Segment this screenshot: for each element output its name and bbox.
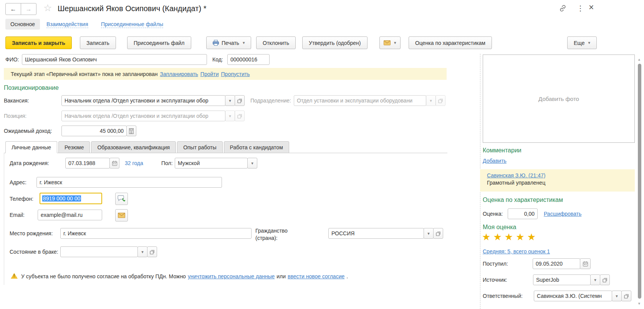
- average-rating-link[interactable]: Средняя: 5, всего оценок 1: [483, 248, 550, 254]
- calendar-icon: [112, 160, 118, 166]
- source-open-button[interactable]: [600, 274, 610, 285]
- received-calendar-button[interactable]: [580, 258, 591, 269]
- address-label: Адрес:: [10, 179, 26, 185]
- expected-income-input[interactable]: [61, 126, 127, 136]
- vacancy-label: Вакансия:: [4, 97, 29, 104]
- marital-dropdown-button[interactable]: ▾: [137, 246, 147, 257]
- received-date-input[interactable]: [533, 258, 580, 269]
- fio-input[interactable]: [22, 54, 207, 65]
- chevron-down-icon: ▾: [229, 114, 231, 118]
- star-icon-4[interactable]: ★: [516, 231, 524, 242]
- gender-input[interactable]: [175, 158, 248, 169]
- tab-education[interactable]: Образование, квалификация: [91, 141, 176, 153]
- save-button[interactable]: Записать: [80, 36, 116, 49]
- scrollbar-thumb[interactable]: [638, 64, 641, 299]
- close-icon[interactable]: ×: [589, 2, 594, 13]
- get-link-button[interactable]: [559, 4, 567, 13]
- star-icon-2[interactable]: ★: [493, 231, 502, 242]
- tab-work-with-candidate[interactable]: Работа с кандидатом: [224, 141, 289, 153]
- marital-status-input[interactable]: [60, 246, 138, 257]
- birth-place-label: Место рождения:: [10, 230, 53, 236]
- tab-resume[interactable]: Резюме: [58, 141, 90, 153]
- code-input[interactable]: [227, 54, 270, 65]
- star-icon-3[interactable]: ★: [505, 231, 513, 242]
- skip-stage-link[interactable]: Пропустить: [221, 71, 250, 77]
- income-calculator-button[interactable]: [126, 126, 136, 136]
- code-label: Код:: [212, 56, 223, 63]
- vacancy-input[interactable]: [61, 95, 225, 106]
- characteristics-rating-button[interactable]: Оценка по характеристикам: [409, 36, 492, 49]
- position-dropdown-button: ▾: [225, 111, 235, 121]
- consent-warning-period: .: [346, 273, 348, 279]
- warning-icon: [11, 273, 18, 279]
- marital-status-label: Состояние в браке:: [10, 249, 58, 255]
- vacancy-dropdown-button[interactable]: ▾: [225, 95, 235, 106]
- kebab-menu-icon[interactable]: ⋮: [577, 4, 584, 13]
- phone-input[interactable]: 8919 000 00 00: [40, 193, 102, 204]
- favorite-star-icon[interactable]: ☆: [43, 2, 52, 13]
- nav-tab-attachments[interactable]: Присоединенные файлы: [101, 21, 163, 28]
- gender-dropdown-button[interactable]: ▾: [247, 158, 257, 169]
- my-rating-stars: ★★★★★: [482, 231, 538, 243]
- print-button[interactable]: Печать ▾: [206, 36, 251, 49]
- decrypt-rating-link[interactable]: Расшифровать: [544, 211, 581, 217]
- pass-stage-link[interactable]: Пройти: [200, 71, 219, 77]
- source-dropdown-button[interactable]: ▾: [590, 274, 600, 285]
- back-arrow-icon: ←: [10, 6, 17, 13]
- chevron-down-icon: ▾: [394, 41, 396, 45]
- destroy-personal-data-link[interactable]: уничтожить персональные данные: [188, 273, 275, 279]
- department-open-button: [435, 95, 445, 106]
- email-input[interactable]: [38, 210, 102, 220]
- reject-button[interactable]: Отклонить: [256, 36, 296, 49]
- add-photo-box[interactable]: Добавить фото: [483, 55, 635, 143]
- vacancy-open-button[interactable]: [235, 95, 245, 106]
- approve-button[interactable]: Утвердить (одобрен): [302, 36, 368, 49]
- more-button[interactable]: Еще ▾: [567, 36, 597, 49]
- responsible-dropdown-button[interactable]: ▾: [612, 291, 622, 301]
- scroll-down-icon[interactable]: ▼: [637, 302, 641, 306]
- stage-notice-text: Текущий этап «Первичный контакт» пока не…: [11, 71, 157, 77]
- back-button[interactable]: ←: [5, 3, 21, 15]
- comment-author-link[interactable]: Савинская З.Ю. (21:47): [487, 172, 545, 178]
- address-input[interactable]: [36, 177, 222, 188]
- responsible-open-button[interactable]: [621, 291, 631, 301]
- plan-stage-link[interactable]: Запланировать: [160, 71, 198, 77]
- responsible-label: Ответственный:: [483, 293, 523, 299]
- envelope-icon: [118, 213, 125, 218]
- chevron-down-icon: ▾: [430, 99, 432, 103]
- birth-date-input[interactable]: [65, 158, 110, 169]
- nav-tab-interactions[interactable]: Взаимодействия: [46, 21, 88, 28]
- nav-tab-main[interactable]: Основное: [5, 19, 40, 30]
- comment-text: Грамотный управленец: [487, 180, 545, 186]
- citizenship-input[interactable]: [328, 228, 424, 239]
- send-email-button[interactable]: ▾: [379, 36, 401, 49]
- add-comment-link[interactable]: Добавить: [483, 158, 507, 164]
- tab-experience[interactable]: Опыт работы: [177, 141, 222, 153]
- department-label: Подразделение:: [250, 97, 291, 104]
- rating-input[interactable]: [508, 208, 538, 219]
- send-mail-button[interactable]: [115, 209, 128, 221]
- citizenship-dropdown-button[interactable]: ▾: [424, 228, 434, 239]
- birth-date-calendar-button[interactable]: [109, 158, 119, 169]
- forward-button[interactable]: →: [21, 3, 36, 15]
- citizenship-open-button[interactable]: [433, 228, 443, 239]
- marital-open-button[interactable]: [147, 246, 157, 257]
- tab-personal-data[interactable]: Личные данные: [5, 141, 57, 153]
- consent-warning-text-middle: или: [276, 273, 286, 279]
- save-and-close-button[interactable]: Записать и закрыть: [5, 36, 72, 49]
- birth-place-input[interactable]: [60, 228, 252, 239]
- star-icon-5[interactable]: ★: [527, 231, 536, 242]
- star-icon-1[interactable]: ★: [482, 231, 490, 242]
- age-link[interactable]: 32 года: [125, 160, 143, 166]
- attach-file-button[interactable]: Присоединить файл: [127, 36, 191, 49]
- received-label: Поступил:: [483, 261, 508, 267]
- expected-income-label: Ожидаемый доход:: [4, 128, 52, 134]
- scroll-up-icon[interactable]: ▲: [637, 58, 641, 61]
- calendar-icon: [583, 261, 588, 267]
- send-sms-button[interactable]: [115, 193, 128, 205]
- email-label: Email:: [10, 212, 25, 218]
- responsible-input[interactable]: [534, 291, 612, 301]
- printer-icon: [213, 40, 219, 46]
- new-consent-link[interactable]: ввести новое согласие: [288, 273, 344, 279]
- source-input[interactable]: [533, 274, 591, 285]
